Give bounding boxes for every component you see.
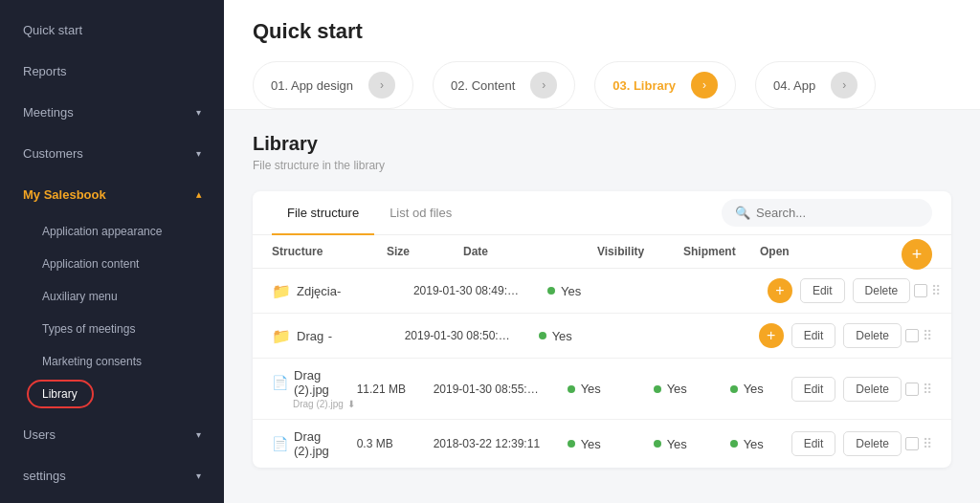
open-label-3: Yes <box>744 382 764 396</box>
cell-actions-2: + Edit Delete ⠿ <box>759 323 932 348</box>
cell-actions-3: Edit Delete ⠿ <box>788 377 932 402</box>
chevron-down-icon: ▾ <box>196 107 201 118</box>
drag-icon-1[interactable]: ⠿ <box>931 283 941 298</box>
checkbox-2[interactable] <box>905 329 919 342</box>
delete-button-1[interactable]: Delete <box>853 278 911 303</box>
tab-list-od-files[interactable]: List od files <box>374 192 467 235</box>
cell-name-1: 📁 Zdjęcia <box>272 282 337 300</box>
open-label-4: Yes <box>744 437 764 451</box>
sidebar-item-my-salesbook[interactable]: My Salesbook ▴ <box>0 174 224 215</box>
sidebar-subitem-app-appearance[interactable]: Application appearance <box>0 215 224 248</box>
step-app[interactable]: 04. App › <box>755 61 876 109</box>
sidebar-item-settings[interactable]: settings ▾ <box>0 455 224 496</box>
add-row-button-2[interactable]: + <box>759 323 784 348</box>
table-row: 📄 Drag (2).jpg Drag (2).jpg ⬇ 11.21 MB 2… <box>253 359 951 420</box>
table-header: Structure Size Date Visibility Shipment … <box>253 235 951 269</box>
cell-visibility-4: Yes <box>568 437 654 451</box>
sidebar: Quick start Reports Meetings ▾ Customers… <box>0 0 224 503</box>
cell-date-2: 2019-01-30 08:50:… <box>405 329 539 342</box>
step-arrow-app: › <box>831 72 858 98</box>
sidebar-label-meetings: Meetings <box>23 105 74 120</box>
sidebar-item-meetings[interactable]: Meetings ▾ <box>0 92 224 133</box>
tabs-bar: File structure List od files 🔍 <box>253 191 951 235</box>
open-dot-4 <box>730 440 738 448</box>
main-content: Quick start 01. App design › 02. Content… <box>224 0 980 503</box>
cell-visibility-2: Yes <box>539 329 625 343</box>
step-app-design[interactable]: 01. App design › <box>253 61 413 109</box>
shipment-label-4: Yes <box>667 437 687 451</box>
steps-bar: 01. App design › 02. Content › 03. Libra… <box>253 61 951 109</box>
step-arrow-app-design: › <box>368 72 395 98</box>
row-name-4: Drag (2).jpg <box>294 429 357 458</box>
shipment-dot-3 <box>654 385 661 393</box>
step-arrow-library: › <box>691 72 718 98</box>
row-name-1: Zdjęcia <box>297 284 337 298</box>
search-input[interactable] <box>756 206 919 220</box>
download-icon[interactable]: ⬇ <box>347 399 355 409</box>
sidebar-subitem-auxiliary-menu[interactable]: Auxiliary menu <box>0 280 224 313</box>
sidebar-sublabel-app-content: Application content <box>42 257 139 271</box>
search-box[interactable]: 🔍 <box>722 199 932 227</box>
table-row: 📁 Zdjęcia - 2019-01-30 08:49:… Yes + Edi… <box>253 269 951 314</box>
folder-icon: 📁 <box>272 327 291 345</box>
sidebar-label-settings: settings <box>23 469 66 483</box>
chevron-up-icon: ▴ <box>196 189 201 200</box>
cell-size-4: 0.3 MB <box>357 437 434 450</box>
drag-icon-2[interactable]: ⠿ <box>923 328 932 343</box>
sidebar-label-reports: Reports <box>23 64 67 78</box>
cell-name-4: 📄 Drag (2).jpg <box>272 429 357 458</box>
sidebar-sublabel-types-of-meetings: Types of meetings <box>42 322 135 336</box>
table-wrapper: Structure Size Date Visibility Shipment … <box>253 235 951 468</box>
sidebar-sublabel-app-appearance: Application appearance <box>42 225 162 238</box>
sidebar-sublabel-auxiliary-menu: Auxiliary menu <box>42 290 118 303</box>
drag-icon-3[interactable]: ⠿ <box>923 382 932 397</box>
folder-icon: 📁 <box>272 282 291 300</box>
visibility-label-2: Yes <box>552 329 572 343</box>
sidebar-item-customers[interactable]: Customers ▾ <box>0 133 224 174</box>
cell-name-3: 📄 Drag (2).jpg Drag (2).jpg ⬇ <box>272 368 357 409</box>
cell-size-2: - <box>328 329 405 343</box>
edit-button-1[interactable]: Edit <box>800 278 845 303</box>
sidebar-subitem-app-content[interactable]: Application content <box>0 248 224 280</box>
chevron-down-icon: ▾ <box>196 148 201 159</box>
cell-actions-4: Edit Delete ⠿ <box>788 431 932 456</box>
visibility-label-1: Yes <box>561 284 581 298</box>
th-open: Open <box>760 245 817 258</box>
sidebar-label-my-salesbook: My Salesbook <box>23 187 106 202</box>
edit-button-3[interactable]: Edit <box>791 377 836 402</box>
sidebar-subitem-library[interactable]: Library <box>0 378 224 410</box>
checkbox-1[interactable] <box>914 284 927 297</box>
sidebar-subitem-types-of-meetings[interactable]: Types of meetings <box>0 313 224 345</box>
step-label-library: 03. Library <box>612 78 676 93</box>
delete-button-4[interactable]: Delete <box>843 431 902 456</box>
sidebar-sublabel-library: Library <box>42 387 78 401</box>
cell-shipment-4: Yes <box>654 437 730 451</box>
page-title: Quick start <box>253 19 951 44</box>
add-main-button[interactable]: + <box>902 239 932 270</box>
sidebar-item-users[interactable]: Users ▾ <box>0 414 224 455</box>
sidebar-label-users: Users <box>23 427 56 442</box>
row-name-2: Drag <box>297 329 323 343</box>
delete-button-2[interactable]: Delete <box>843 323 902 348</box>
checkbox-4[interactable] <box>905 437 919 450</box>
add-row-button-1[interactable]: + <box>768 278 792 303</box>
checkbox-3[interactable] <box>905 383 919 396</box>
step-content[interactable]: 02. Content › <box>433 61 575 109</box>
edit-button-2[interactable]: Edit <box>791 323 836 348</box>
tab-file-structure[interactable]: File structure <box>272 192 374 235</box>
step-library[interactable]: 03. Library › <box>594 61 736 109</box>
delete-button-3[interactable]: Delete <box>843 377 902 402</box>
shipment-label-3: Yes <box>667 382 687 396</box>
edit-button-4[interactable]: Edit <box>791 431 836 456</box>
cell-shipment-3: Yes <box>654 382 730 396</box>
row-name-3: Drag (2).jpg <box>294 368 357 397</box>
sidebar-item-quick-start[interactable]: Quick start <box>0 10 224 51</box>
sidebar-item-reports[interactable]: Reports <box>0 51 224 92</box>
sidebar-label-quick-start: Quick start <box>23 23 82 37</box>
sidebar-subitem-marketing-consents[interactable]: Marketing consents <box>0 345 224 378</box>
cell-visibility-1: Yes <box>547 284 634 298</box>
sidebar-label-customers: Customers <box>23 146 83 161</box>
cell-open-4: Yes <box>730 437 788 451</box>
drag-icon-4[interactable]: ⠿ <box>923 436 932 451</box>
row-subname-3: Drag (2).jpg <box>293 399 344 409</box>
